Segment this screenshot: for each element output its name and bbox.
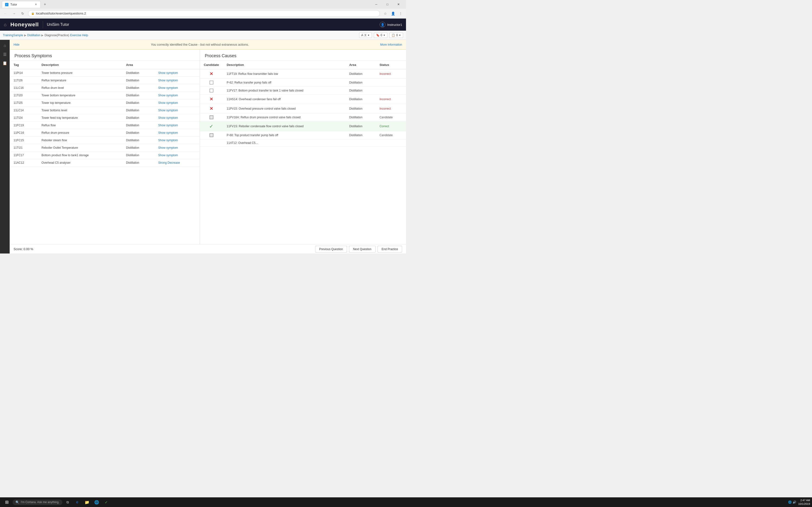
- translate-dropdown-icon: ▼: [367, 34, 370, 37]
- refresh-button[interactable]: ↻: [19, 10, 26, 17]
- notes-dropdown-icon: ▼: [399, 34, 401, 37]
- menu-icon[interactable]: ⋮: [397, 10, 404, 17]
- maximize-button[interactable]: □: [382, 1, 393, 8]
- cause-row: 11AT12: Overhead C5...: [200, 139, 406, 147]
- symptom-tag: 11AC12: [10, 159, 38, 167]
- symptom-tag: 11PI14: [10, 69, 38, 77]
- show-symptom-button[interactable]: Show symptom: [158, 154, 178, 157]
- user-avatar-icon: 👤: [379, 22, 386, 27]
- col-tag: Tag: [10, 61, 38, 69]
- symptom-action[interactable]: Show symptom: [154, 137, 200, 144]
- show-symptom-button[interactable]: Show symptom: [158, 131, 178, 134]
- user-menu[interactable]: 👤 Instructor1: [379, 22, 402, 27]
- symptom-description: Reboiler Outlet Temperature: [38, 144, 122, 152]
- sidebar-menu-icon[interactable]: ☰: [1, 50, 9, 58]
- translate-button[interactable]: A 文 ▼: [359, 33, 372, 38]
- url-input[interactable]: 🔒 localhost/tutor/exercise#questions.2: [28, 10, 380, 17]
- symptom-action[interactable]: Show symptom: [154, 84, 200, 92]
- symptom-row: 11TI24 Tower feed tray temperature Disti…: [10, 114, 200, 122]
- end-practice-button[interactable]: End Practice: [377, 246, 402, 252]
- symptom-tag: 11TI26: [10, 77, 38, 84]
- app-title: UniSim Tutor: [47, 22, 69, 27]
- symptom-action[interactable]: Show symptom: [154, 107, 200, 114]
- symptom-tag: 11LC16: [10, 84, 38, 92]
- symptom-row: 11TI25 Tower top temperature Distillatio…: [10, 99, 200, 107]
- minimize-button[interactable]: ─: [371, 1, 382, 8]
- url-text: localhost/tutor/exercise#questions.2: [36, 12, 377, 15]
- more-info-link[interactable]: More Information: [380, 43, 402, 46]
- forward-button[interactable]: →: [11, 10, 17, 17]
- show-symptom-button[interactable]: Show symptom: [158, 71, 178, 74]
- symptom-action[interactable]: Strong Decrease: [154, 159, 200, 167]
- cause-description: 11FT19: Reflux flow transmitter fails lo…: [223, 69, 345, 79]
- empty-checkbox[interactable]: [209, 80, 213, 84]
- causes-header-row: Candidate Description Area Status: [200, 61, 406, 69]
- correct-icon: ✓: [209, 124, 213, 129]
- cause-status: [375, 87, 406, 95]
- col-action: [154, 61, 200, 69]
- breadcrumb-help-link[interactable]: Exercise Help: [70, 34, 88, 37]
- tab-close-button[interactable]: ✕: [34, 2, 38, 6]
- score-label: Score:: [13, 247, 23, 251]
- translate-icon-small: 文: [364, 34, 367, 37]
- cause-area: Distillation: [345, 104, 375, 113]
- show-symptom-button[interactable]: Strong Decrease: [158, 161, 180, 164]
- profile-icon[interactable]: 👤: [390, 10, 396, 17]
- breadcrumb-item-0[interactable]: TrainingSample: [3, 34, 23, 37]
- hide-notification-button[interactable]: Hide: [13, 43, 19, 46]
- symptom-action[interactable]: Show symptom: [154, 92, 200, 99]
- show-symptom-button[interactable]: Show symptom: [158, 109, 178, 112]
- back-button[interactable]: ←: [2, 10, 9, 17]
- show-symptom-button[interactable]: Show symptom: [158, 138, 178, 142]
- bookmark-icon[interactable]: ☆: [382, 10, 389, 17]
- symptom-action[interactable]: Show symptom: [154, 129, 200, 137]
- active-tab[interactable]: ✓ Tutor ✕: [2, 1, 41, 8]
- cause-candidate-cell: [200, 113, 223, 121]
- symptom-action[interactable]: Show symptom: [154, 99, 200, 107]
- previous-question-button[interactable]: Previous Question: [315, 246, 347, 252]
- left-sidebar: ⌂ ☰ 📋: [0, 40, 10, 253]
- empty-checkbox[interactable]: [209, 89, 213, 93]
- symptom-row: 11LC16 Reflux drum level Distillation Sh…: [10, 84, 200, 92]
- symptom-action[interactable]: Show symptom: [154, 114, 200, 122]
- symptom-action[interactable]: Show symptom: [154, 122, 200, 129]
- cause-description: 11AT12: Overhead C5...: [223, 139, 345, 147]
- process-symptoms-panel: Process Symptoms Tag Description Area: [10, 50, 200, 244]
- symptom-description: Reflux flow: [38, 122, 122, 129]
- breadcrumb-bar: TrainingSample ▶ Distillation ▶ Diagnose…: [0, 31, 406, 40]
- symptom-tag: 11TI20: [10, 92, 38, 99]
- cause-area: Distillation: [345, 87, 375, 95]
- bookmark-count: 0: [380, 34, 382, 37]
- symptom-action[interactable]: Show symptom: [154, 144, 200, 152]
- next-question-button[interactable]: Next Question: [349, 246, 375, 252]
- new-tab-button[interactable]: +: [42, 1, 48, 8]
- cause-area: Distillation: [345, 121, 375, 131]
- cause-row: P-68: Top product transfer pump fails of…: [200, 131, 406, 139]
- show-symptom-button[interactable]: Show symptom: [158, 101, 178, 105]
- breadcrumb-item-1[interactable]: Distillation: [27, 34, 41, 37]
- sidebar-notes-icon[interactable]: 📋: [1, 59, 9, 67]
- show-symptom-button[interactable]: Show symptom: [158, 79, 178, 82]
- breadcrumb: TrainingSample ▶ Distillation ▶ Diagnose…: [3, 34, 359, 37]
- symptom-tag: 11TI21: [10, 144, 38, 152]
- close-window-button[interactable]: ✕: [393, 1, 404, 8]
- bookmark-icon-btn: 🔖: [376, 34, 379, 37]
- bookmark-count-button[interactable]: 🔖 0 ▼: [374, 33, 388, 38]
- candidate-checkbox[interactable]: [209, 115, 213, 119]
- notification-message: You correctly identified the Cause - but…: [23, 43, 376, 46]
- symptom-action[interactable]: Show symptom: [154, 152, 200, 159]
- notes-button[interactable]: 📋 0 ▼: [389, 33, 403, 38]
- symptom-action[interactable]: Show symptom: [154, 77, 200, 84]
- show-symptom-button[interactable]: Show symptom: [158, 86, 178, 90]
- cause-candidate-cell: ✕: [200, 69, 223, 79]
- candidate-checkbox[interactable]: [209, 133, 213, 137]
- home-icon[interactable]: ⌂: [4, 22, 6, 27]
- show-symptom-button[interactable]: Show symptom: [158, 94, 178, 97]
- symptom-action[interactable]: Show symptom: [154, 69, 200, 77]
- show-symptom-button[interactable]: Show symptom: [158, 146, 178, 150]
- sidebar-home-icon[interactable]: ⌂: [1, 42, 9, 50]
- show-symptom-button[interactable]: Show symptom: [158, 116, 178, 119]
- col-candidate: Candidate: [200, 61, 223, 69]
- show-symptom-button[interactable]: Show symptom: [158, 124, 178, 127]
- symptom-description: Reflux drum pressure: [38, 129, 122, 137]
